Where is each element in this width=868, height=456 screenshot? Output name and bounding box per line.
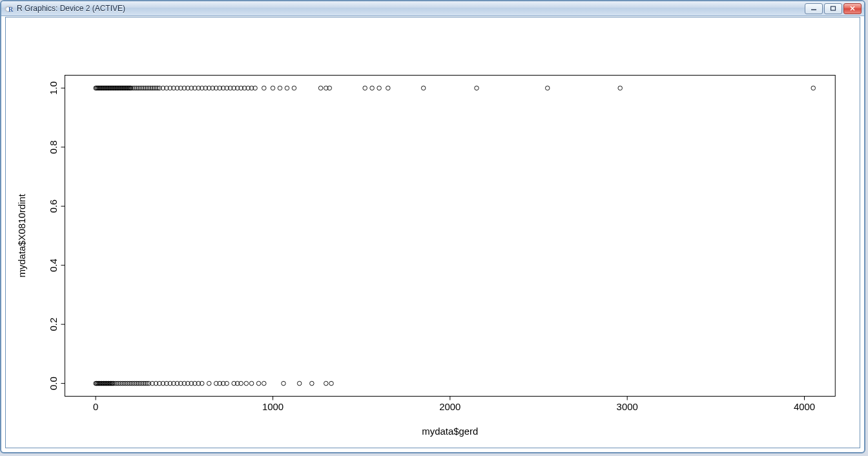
x-tick-label: 2000 [439,402,460,412]
data-point [297,381,302,386]
x-tick-label: 4000 [794,402,815,412]
data-point [370,86,375,90]
data-point [475,86,479,90]
plot-area: 01000200030004000 0.00.20.40.60.81.0 myd… [5,17,860,448]
y-tick-label: 0.6 [48,200,59,213]
data-point [386,86,391,90]
data-points [94,86,816,386]
data-point [545,86,550,90]
svg-rect-7 [65,75,835,396]
minimize-button[interactable] [805,3,823,14]
data-point [271,86,275,90]
y-tick-label: 0.4 [48,258,59,272]
data-point [324,381,329,386]
data-point [318,86,323,90]
scatter-plot: 01000200030004000 0.00.20.40.60.81.0 myd… [6,17,860,448]
data-point [244,381,249,386]
data-point [329,381,334,386]
x-tick-label: 3000 [617,402,638,412]
svg-rect-4 [831,6,836,10]
r-graphics-window: R R Graphics: Device 2 (ACTIVE) 01000200… [0,0,865,453]
data-point [811,86,816,90]
x-tick-label: 0 [93,402,98,412]
data-point [377,86,382,90]
data-point [363,86,367,90]
data-point [207,381,211,386]
close-button[interactable] [843,3,862,14]
x-tick-label: 1000 [262,402,284,412]
y-tick-label: 0.0 [48,377,59,390]
data-point [262,381,266,386]
data-point [292,86,296,90]
window-buttons [805,3,862,14]
x-axis-label: mydata$gerd [422,426,478,437]
data-point [421,86,426,90]
y-tick-label: 0.2 [48,318,59,331]
svg-text:R: R [8,6,14,13]
y-tick-label: 1.0 [48,81,59,95]
maximize-button[interactable] [824,3,842,14]
data-point [285,86,289,90]
data-point [310,381,315,386]
data-point [262,86,266,90]
data-point [282,381,286,386]
r-logo-icon: R [4,3,14,14]
data-point [278,86,282,90]
y-tick-label: 0.8 [48,140,59,154]
data-point [256,381,261,386]
y-axis-label: mydata$X0810rdint [17,193,27,277]
data-point [249,381,254,386]
titlebar[interactable]: R R Graphics: Device 2 (ACTIVE) [1,1,864,16]
data-point [618,86,623,90]
window-title: R Graphics: Device 2 (ACTIVE) [17,4,125,13]
